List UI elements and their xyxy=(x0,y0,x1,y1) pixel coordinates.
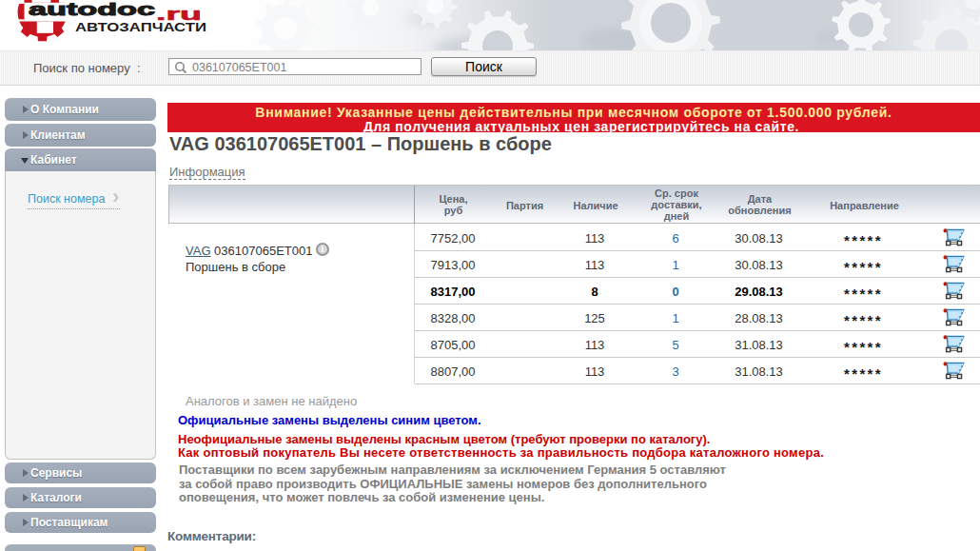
svg-text:АВТОЗАПЧАСТИ: АВТОЗАПЧАСТИ xyxy=(75,21,206,34)
svg-text:autodoc: autodoc xyxy=(29,0,156,19)
